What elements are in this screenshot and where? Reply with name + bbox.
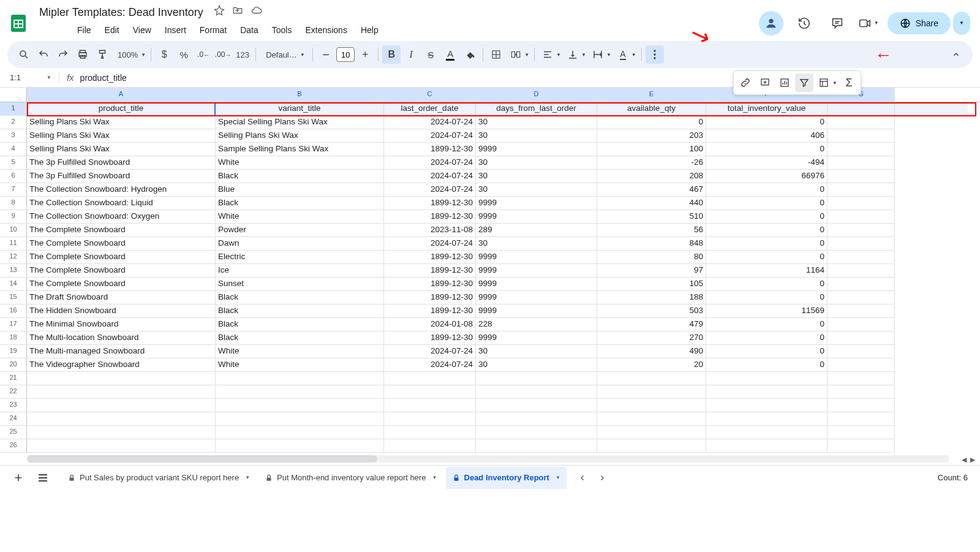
cell[interactable]: 30 <box>476 170 597 183</box>
cell[interactable] <box>827 426 895 439</box>
cell[interactable] <box>827 304 895 318</box>
cell[interactable] <box>27 412 216 426</box>
cell[interactable] <box>827 116 895 129</box>
text-color-icon[interactable]: A <box>441 45 459 64</box>
cell[interactable] <box>384 412 476 426</box>
filter-icon[interactable] <box>795 74 813 92</box>
cell[interactable]: Dawn <box>216 237 384 251</box>
row-header[interactable]: 10 <box>0 224 27 237</box>
row-header[interactable]: 11 <box>0 237 27 251</box>
cell[interactable]: 1899-12-30 <box>384 278 476 291</box>
cell[interactable] <box>597 385 706 399</box>
cell[interactable] <box>384 439 476 453</box>
cell[interactable]: 2024-07-24 <box>384 116 476 129</box>
cell[interactable] <box>27 385 216 399</box>
increase-fontsize-icon[interactable]: + <box>356 45 374 64</box>
document-title[interactable]: Mipler Templates: Dead Inventory <box>36 5 207 20</box>
cell[interactable] <box>216 399 384 412</box>
cell[interactable]: 30 <box>476 156 597 170</box>
share-dropdown[interactable]: ▼ <box>953 12 970 35</box>
cell[interactable]: 9999 <box>476 197 597 210</box>
cell[interactable] <box>827 251 895 264</box>
cell[interactable] <box>827 412 895 426</box>
cell[interactable]: 0 <box>706 143 827 156</box>
name-box[interactable]: 1:1 <box>7 73 44 82</box>
cell[interactable]: 270 <box>597 331 706 345</box>
cell[interactable]: 20 <box>597 358 706 372</box>
cell[interactable]: Black <box>216 197 384 210</box>
cell[interactable]: 1899-12-30 <box>384 197 476 210</box>
cell[interactable]: 0 <box>706 358 827 372</box>
all-sheets-icon[interactable] <box>32 469 54 487</box>
cell[interactable] <box>706 439 827 453</box>
row-header[interactable]: 4 <box>0 143 27 156</box>
cell[interactable]: 2024-07-24 <box>384 183 476 197</box>
menu-tools[interactable]: Tools <box>266 23 298 37</box>
cell[interactable]: The Hidden Snowboard <box>27 304 216 318</box>
tab-dropdown-icon[interactable]: ▼ <box>556 475 560 480</box>
next-sheet-icon[interactable] <box>598 474 606 482</box>
row-header[interactable]: 8 <box>0 197 27 210</box>
move-icon[interactable] <box>232 5 243 16</box>
name-box-dropdown[interactable]: ▼ <box>44 75 56 80</box>
cell[interactable]: 0 <box>706 116 827 129</box>
cell[interactable]: Special Selling Plans Ski Wax <box>216 116 384 129</box>
row-header[interactable]: 7 <box>0 183 27 197</box>
cell[interactable]: The Complete Snowboard <box>27 278 216 291</box>
cell[interactable] <box>827 439 895 453</box>
menu-view[interactable]: View <box>127 23 157 37</box>
row-header[interactable]: 6 <box>0 170 27 183</box>
cell[interactable]: 0 <box>706 224 827 237</box>
cell[interactable] <box>597 372 706 385</box>
cell[interactable]: Black <box>216 291 384 304</box>
row-header[interactable]: 25 <box>0 426 27 439</box>
cell[interactable]: 1899-12-30 <box>384 251 476 264</box>
cell[interactable] <box>476 399 597 412</box>
cell[interactable]: 1899-12-30 <box>384 291 476 304</box>
menu-format[interactable]: Format <box>194 23 233 37</box>
row-header[interactable]: 17 <box>0 318 27 331</box>
cell[interactable] <box>827 224 895 237</box>
cell[interactable]: 0 <box>706 183 827 197</box>
collapse-toolbar-icon[interactable] <box>947 45 965 64</box>
percent-icon[interactable]: % <box>175 45 193 64</box>
link-icon[interactable] <box>736 74 755 92</box>
halign-dropdown[interactable]: ▼ <box>538 45 562 64</box>
cell[interactable]: 11569 <box>706 304 827 318</box>
cell[interactable] <box>384 426 476 439</box>
row-header[interactable]: 16 <box>0 304 27 318</box>
cell[interactable]: The Collection Snowboard: Liquid <box>27 197 216 210</box>
cell[interactable]: 2024-07-24 <box>384 358 476 372</box>
cell[interactable]: Black <box>216 304 384 318</box>
cell[interactable]: The Complete Snowboard <box>27 264 216 278</box>
cell[interactable] <box>384 372 476 385</box>
cell[interactable]: Selling Plans Ski Wax <box>27 129 216 143</box>
cell[interactable]: Black <box>216 318 384 331</box>
cell[interactable] <box>216 412 384 426</box>
fontsize-input[interactable] <box>336 47 355 62</box>
cell[interactable] <box>827 102 895 116</box>
scroll-left-icon[interactable]: ◀ <box>962 456 967 464</box>
decrease-fontsize-icon[interactable]: − <box>317 45 335 64</box>
cell[interactable] <box>706 372 827 385</box>
cell[interactable] <box>476 372 597 385</box>
fill-color-icon[interactable] <box>461 45 479 64</box>
cell[interactable]: 30 <box>476 345 597 358</box>
cell[interactable]: 9999 <box>476 143 597 156</box>
cell[interactable] <box>827 264 895 278</box>
cell[interactable] <box>827 291 895 304</box>
cell[interactable] <box>27 439 216 453</box>
cell[interactable]: 2024-01-08 <box>384 318 476 331</box>
cell[interactable] <box>27 372 216 385</box>
cell[interactable]: 30 <box>476 116 597 129</box>
cell[interactable]: 30 <box>476 183 597 197</box>
cell[interactable]: 30 <box>476 129 597 143</box>
more-formats-icon[interactable]: 123 <box>233 45 252 64</box>
cell[interactable]: Selling Plans Ski Wax <box>27 116 216 129</box>
rotate-dropdown[interactable]: A▼ <box>614 45 638 64</box>
cell[interactable] <box>827 331 895 345</box>
col-header-D[interactable]: D <box>476 88 597 102</box>
cell[interactable] <box>27 399 216 412</box>
row-header[interactable]: 2 <box>0 116 27 129</box>
row-header[interactable]: 9 <box>0 210 27 224</box>
